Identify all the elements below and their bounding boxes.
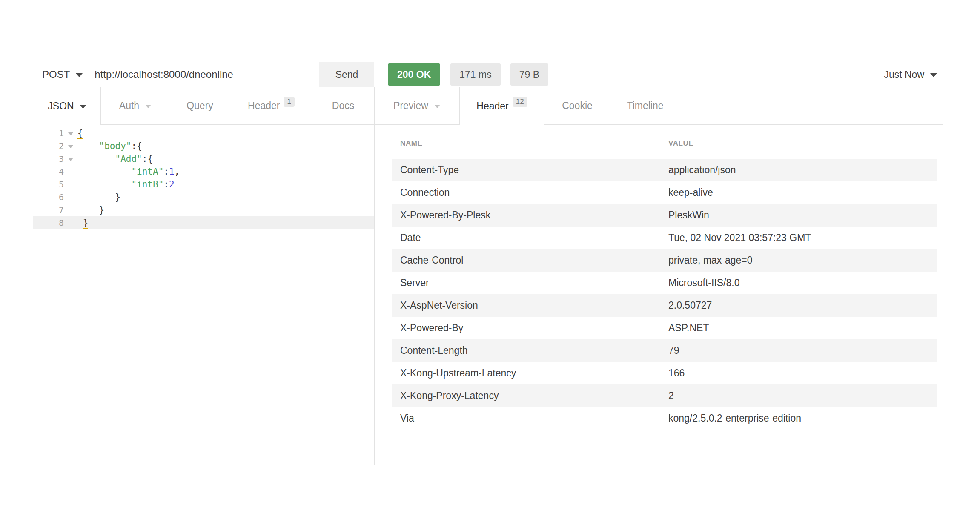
table-row: X-Kong-Upstream-Latency166 bbox=[392, 362, 937, 384]
fold-placeholder bbox=[64, 204, 77, 216]
editor-line: 2 "body":{ bbox=[33, 140, 374, 152]
table-row: X-AspNet-Version2.0.50727 bbox=[392, 294, 937, 317]
line-number: 6 bbox=[33, 191, 64, 204]
line-number: 3 bbox=[33, 152, 64, 165]
editor-line: 8 } bbox=[33, 216, 374, 229]
tab-request-query[interactable]: Query bbox=[169, 87, 230, 125]
table-row: DateTue, 02 Nov 2021 03:57:23 GMT bbox=[392, 227, 937, 249]
code-text: "intB":2 bbox=[77, 178, 175, 191]
line-number: 8 bbox=[33, 216, 64, 229]
tab-request-docs[interactable]: Docs bbox=[312, 87, 374, 125]
table-row: X-Powered-ByASP.NET bbox=[392, 317, 937, 339]
history-label: Just Now bbox=[884, 69, 924, 80]
line-number: 5 bbox=[33, 178, 64, 191]
code-text: "body":{ bbox=[77, 140, 142, 152]
tab-response-header[interactable]: Header12 bbox=[459, 87, 544, 125]
header-value-cell: ASP.NET bbox=[668, 322, 937, 334]
header-value-cell: application/json bbox=[668, 164, 937, 176]
header-value-cell: 79 bbox=[668, 345, 937, 356]
fold-placeholder bbox=[64, 191, 77, 204]
header-value-cell: 2 bbox=[668, 390, 937, 402]
tab-label: Query bbox=[186, 100, 213, 112]
fold-placeholder bbox=[64, 165, 77, 178]
send-button[interactable]: Send bbox=[319, 62, 374, 87]
code-text: } bbox=[77, 204, 104, 216]
response-meta-bar: 200 OK 171 ms 79 B Just Now bbox=[374, 62, 943, 87]
header-name-cell: Date bbox=[400, 232, 668, 244]
editor-line: 5 "intB":2 bbox=[33, 178, 374, 191]
code-text: "intA":1, bbox=[77, 165, 180, 178]
line-number: 2 bbox=[33, 140, 64, 152]
header-name-cell: Content-Length bbox=[400, 345, 668, 356]
tab-label: Header bbox=[248, 100, 280, 112]
body-type-dropdown[interactable]: JSON bbox=[33, 87, 101, 125]
header-value-cell: 2.0.50727 bbox=[668, 300, 937, 311]
tab-response-cookie[interactable]: Cookie bbox=[544, 87, 610, 125]
editor-line: 1{ bbox=[33, 127, 374, 140]
header-name-cell: Via bbox=[400, 413, 668, 424]
gutter: 6 bbox=[33, 191, 77, 204]
editor-line: 7 } bbox=[33, 204, 374, 216]
editor-line: 6 } bbox=[33, 191, 374, 204]
header-value-cell: PleskWin bbox=[668, 209, 937, 221]
fold-placeholder bbox=[64, 178, 77, 191]
method-label: POST bbox=[42, 69, 70, 80]
header-name-cell: Content-Type bbox=[400, 164, 668, 176]
line-number: 1 bbox=[33, 127, 64, 140]
url-input[interactable]: http://localhost:8000/dneonline bbox=[95, 69, 319, 80]
pane-divider[interactable] bbox=[374, 87, 375, 465]
tab-response-timeline[interactable]: Timeline bbox=[610, 87, 680, 125]
header-name-cell: X-Kong-Proxy-Latency bbox=[400, 390, 668, 402]
editor-line: 3 "Add":{ bbox=[33, 152, 374, 165]
tab-response-preview[interactable]: Preview bbox=[374, 87, 459, 125]
column-header-name: NAME bbox=[400, 139, 668, 148]
table-row: Connectionkeep-alive bbox=[392, 181, 937, 204]
chevron-down-icon bbox=[80, 105, 86, 109]
request-tabbar: JSON AuthQueryHeader1Docs bbox=[33, 87, 374, 125]
count-badge: 12 bbox=[513, 97, 527, 107]
status-badge: 200 OK bbox=[388, 63, 440, 86]
fold-placeholder bbox=[64, 216, 77, 229]
table-row: Viakong/2.5.0.2-enterprise-edition bbox=[392, 407, 937, 430]
header-value-cell: private, max-age=0 bbox=[668, 255, 937, 266]
gutter: 3 bbox=[33, 152, 77, 165]
header-value-cell: kong/2.5.0.2-enterprise-edition bbox=[668, 413, 937, 424]
tab-request-header[interactable]: Header1 bbox=[230, 87, 312, 125]
table-row: X-Kong-Proxy-Latency2 bbox=[392, 384, 937, 407]
column-header-value: VALUE bbox=[668, 139, 937, 148]
gutter: 2 bbox=[33, 140, 77, 152]
request-pane: JSON AuthQueryHeader1Docs 1{2 "body":{3 … bbox=[33, 87, 374, 430]
rest-client-window: POST http://localhost:8000/dneonline Sen… bbox=[33, 62, 943, 430]
gutter: 1 bbox=[33, 127, 77, 140]
gutter: 7 bbox=[33, 204, 77, 216]
line-number: 7 bbox=[33, 204, 64, 216]
response-pane: PreviewHeader12CookieTimeline NAME VALUE… bbox=[374, 87, 943, 430]
chevron-down-icon bbox=[434, 105, 440, 108]
header-value-cell: 166 bbox=[668, 367, 937, 379]
tab-label: Header bbox=[476, 100, 508, 112]
header-value-cell: Microsoft-IIS/8.0 bbox=[668, 277, 937, 289]
time-badge: 171 ms bbox=[450, 63, 500, 86]
table-header-row: NAME VALUE bbox=[392, 139, 937, 159]
main-area: JSON AuthQueryHeader1Docs 1{2 "body":{3 … bbox=[33, 87, 943, 430]
tabbar-filler bbox=[680, 87, 943, 125]
body-editor[interactable]: 1{2 "body":{3 "Add":{4 "intA":1,5 "intB"… bbox=[33, 125, 374, 229]
fold-arrow-icon[interactable] bbox=[64, 127, 77, 140]
history-dropdown[interactable]: Just Now bbox=[884, 69, 937, 80]
code-text: "Add":{ bbox=[77, 152, 153, 165]
method-dropdown[interactable]: POST bbox=[42, 69, 83, 80]
tab-label: Timeline bbox=[627, 100, 663, 112]
gutter: 5 bbox=[33, 178, 77, 191]
fold-arrow-icon[interactable] bbox=[64, 140, 77, 152]
table-row: ServerMicrosoft-IIS/8.0 bbox=[392, 272, 937, 294]
header-value-cell: keep-alive bbox=[668, 187, 937, 198]
tab-request-auth[interactable]: Auth bbox=[101, 87, 169, 125]
body-type-label: JSON bbox=[48, 100, 74, 112]
response-headers-panel: NAME VALUE Content-Typeapplication/jsonC… bbox=[374, 125, 943, 430]
size-badge: 79 B bbox=[510, 63, 548, 86]
fold-arrow-icon[interactable] bbox=[64, 152, 77, 165]
tab-label: Preview bbox=[393, 100, 428, 112]
table-row: X-Powered-By-PleskPleskWin bbox=[392, 204, 937, 227]
header-value-cell: Tue, 02 Nov 2021 03:57:23 GMT bbox=[668, 232, 937, 244]
chevron-down-icon bbox=[930, 73, 937, 77]
